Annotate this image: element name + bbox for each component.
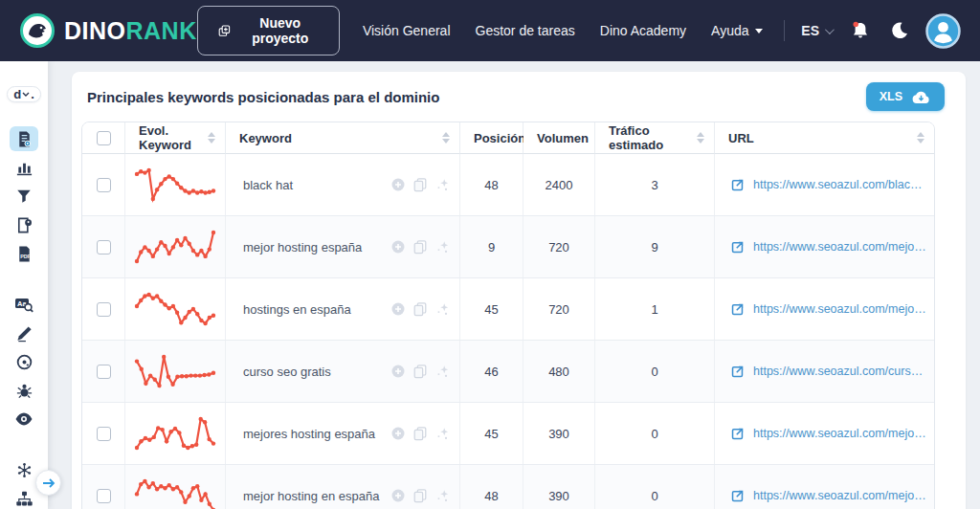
pdf-file-icon: PDF <box>15 245 33 263</box>
navbar-divider <box>784 20 785 41</box>
row-checkbox[interactable] <box>97 489 111 503</box>
new-project-button[interactable]: Nuevo proyecto <box>197 6 340 55</box>
copy-keyword-icon[interactable] <box>412 239 428 254</box>
sort-icon[interactable] <box>917 132 924 144</box>
notifications-button[interactable] <box>849 19 872 42</box>
add-keyword-icon[interactable] <box>390 239 406 254</box>
sidebar-item-keyword-filter[interactable] <box>10 184 38 209</box>
sort-icon[interactable] <box>208 132 215 144</box>
nav-dino-academy[interactable]: Dino Academy <box>600 23 686 38</box>
sidebar-expand-button[interactable] <box>35 470 61 496</box>
keyword-trend-sparkline[interactable] <box>133 415 217 452</box>
sidebar-item-pdf-export[interactable]: PDF <box>10 241 38 266</box>
sidebar-item-content-editor[interactable] <box>10 321 38 345</box>
ai-sparkles-icon[interactable] <box>434 301 450 317</box>
traffic-value: 3 <box>595 154 715 215</box>
sidebar-item-text-search[interactable]: Aa <box>10 292 38 317</box>
dark-mode-toggle[interactable] <box>889 20 910 41</box>
sort-icon[interactable] <box>697 132 704 144</box>
row-checkbox[interactable] <box>97 302 111 317</box>
result-url-link[interactable]: https://www.seoazul.com/mejor-... <box>753 489 926 502</box>
sidebar-item-internal-linking[interactable] <box>10 457 38 482</box>
keyword-trend-sparkline[interactable] <box>133 477 217 509</box>
nav-vision-general[interactable]: Visión General <box>363 23 451 38</box>
col-evol-keyword[interactable]: Evol. Keyword <box>125 122 226 154</box>
ai-sparkles-icon[interactable] <box>434 488 450 503</box>
table-row: mejor hosting españa 9 720 9 <box>82 216 934 278</box>
keyword-trend-sparkline[interactable] <box>133 353 217 389</box>
dinorank-logo[interactable]: DINORANK <box>19 12 197 49</box>
copy-keyword-icon[interactable] <box>412 301 428 317</box>
keyword-actions <box>390 488 450 503</box>
copy-keyword-icon[interactable] <box>412 488 428 503</box>
result-url-link[interactable]: https://www.seoazul.com/mejor-... <box>753 302 926 316</box>
volume-value: 720 <box>523 278 595 340</box>
row-checkbox[interactable] <box>97 365 111 379</box>
avatar-icon <box>925 13 961 49</box>
sidebar-item-visibility[interactable] <box>10 407 38 432</box>
nav-gestor-de-tareas[interactable]: Gestor de tareas <box>476 23 575 38</box>
external-link-icon[interactable] <box>730 489 745 503</box>
traffic-value: 0 <box>595 465 715 509</box>
sidebar-item-crawler[interactable] <box>10 378 38 403</box>
result-url-link[interactable]: https://www.seoazul.com/black-h... <box>753 178 926 191</box>
eye-icon <box>14 409 33 429</box>
select-all-checkbox[interactable] <box>97 131 111 145</box>
col-posicion[interactable]: Posición <box>460 122 523 154</box>
project-selector[interactable]: d . <box>7 86 41 102</box>
sort-icon[interactable] <box>442 132 450 144</box>
nav-ayuda-dropdown[interactable]: Ayuda <box>711 23 762 38</box>
copy-keyword-icon[interactable] <box>412 177 428 192</box>
add-keyword-icon[interactable] <box>390 426 406 441</box>
sidebar-item-keywords-report[interactable] <box>10 126 38 151</box>
filter-funnel-icon <box>15 188 33 205</box>
page-title: Principales keywords posicionadas para e… <box>87 89 439 105</box>
keyword-trend-sparkline[interactable] <box>133 291 217 327</box>
export-xls-button[interactable]: XLS <box>866 82 945 111</box>
row-checkbox[interactable] <box>97 427 111 441</box>
file-report-icon <box>15 130 33 148</box>
sidebar-item-site-structure[interactable] <box>10 486 38 509</box>
add-keyword-icon[interactable] <box>390 177 406 192</box>
keyword-actions <box>390 426 450 441</box>
add-keyword-icon[interactable] <box>390 364 406 379</box>
keyword-text: curso seo gratis <box>243 365 331 379</box>
copy-keyword-icon[interactable] <box>412 364 428 379</box>
keyword-actions <box>390 239 450 254</box>
col-trafico-estimado[interactable]: Tráfico estimado <box>595 122 715 154</box>
table-row: black hat 48 2400 3 <box>82 154 934 216</box>
text-search-icon: Aa <box>14 295 33 314</box>
ai-sparkles-icon[interactable] <box>434 364 450 379</box>
sidebar-item-page-location[interactable] <box>10 212 38 237</box>
ai-sparkles-icon[interactable] <box>434 177 450 192</box>
keyword-trend-sparkline[interactable] <box>133 229 217 265</box>
external-link-icon[interactable] <box>730 302 745 317</box>
position-value: 9 <box>460 216 523 277</box>
result-url-link[interactable]: https://www.seoazul.com/curso-g... <box>753 365 926 378</box>
user-avatar[interactable] <box>925 13 961 49</box>
sidebar-item-ranking-chart[interactable] <box>10 155 38 180</box>
col-url[interactable]: URL <box>715 122 934 154</box>
add-keyword-icon[interactable] <box>390 488 406 503</box>
traffic-value: 9 <box>595 216 715 277</box>
ai-sparkles-icon[interactable] <box>434 239 450 254</box>
result-url-link[interactable]: https://www.seoazul.com/mejor-... <box>753 427 926 440</box>
external-link-icon[interactable] <box>730 240 745 254</box>
ai-sparkles-icon[interactable] <box>434 426 450 441</box>
volume-value: 2400 <box>523 154 595 215</box>
result-url-link[interactable]: https://www.seoazul.com/mejor-... <box>753 240 926 254</box>
col-volumen[interactable]: Volumen <box>523 122 595 154</box>
sidebar-item-link-circle[interactable] <box>10 349 38 374</box>
copy-keyword-icon[interactable] <box>412 426 428 441</box>
row-checkbox[interactable] <box>97 178 111 192</box>
row-checkbox[interactable] <box>97 240 111 254</box>
external-link-icon[interactable] <box>730 427 745 441</box>
add-keyword-icon[interactable] <box>390 301 406 317</box>
external-link-icon[interactable] <box>730 178 745 192</box>
col-keyword[interactable]: Keyword <box>226 122 460 154</box>
keyword-trend-sparkline[interactable] <box>133 166 217 203</box>
link-web-icon <box>15 461 33 479</box>
keyword-text: mejor hosting españa <box>243 240 362 254</box>
language-selector[interactable]: ES <box>801 23 832 38</box>
external-link-icon[interactable] <box>730 365 745 379</box>
